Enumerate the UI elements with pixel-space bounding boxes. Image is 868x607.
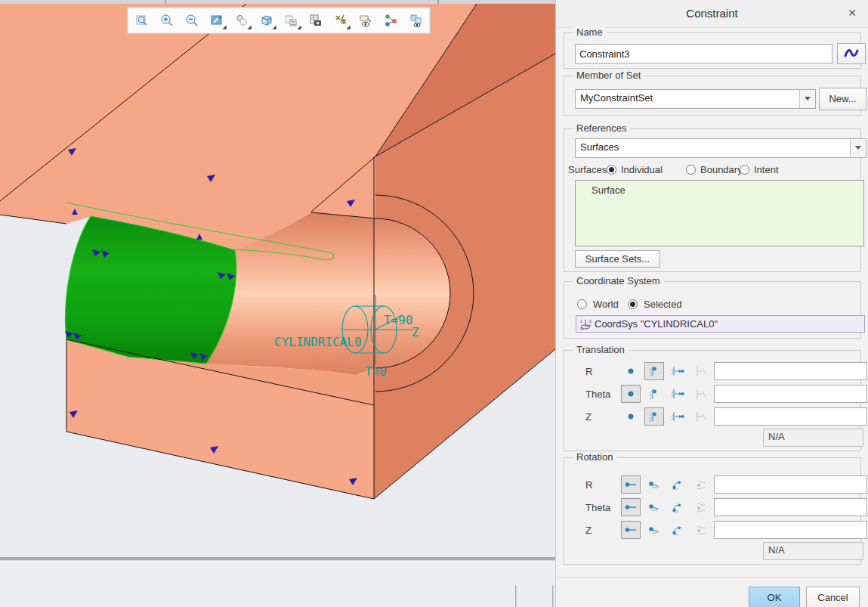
rotation-z-fixed-button[interactable] bbox=[644, 521, 664, 539]
rotation-z-prescribed-button[interactable] bbox=[668, 521, 687, 539]
translation-r-fixed-button[interactable] bbox=[644, 362, 664, 380]
rotation-theta-fixed-button[interactable] bbox=[644, 498, 664, 516]
refit-icon[interactable] bbox=[204, 9, 229, 32]
surface-sets-button[interactable]: Surface Sets... bbox=[575, 250, 660, 268]
ok-button[interactable]: OK bbox=[749, 587, 800, 607]
view-toolbar bbox=[127, 7, 431, 34]
collector-item[interactable]: Surface bbox=[592, 184, 626, 196]
graphics-viewport[interactable]: T=90 Z CYLINDRICAL0 T=0 bbox=[0, 0, 555, 607]
flyout-caret bbox=[347, 26, 351, 29]
close-icon[interactable]: ✕ bbox=[845, 6, 859, 20]
constraint-set-combo[interactable]: MyConstraintSet bbox=[575, 89, 816, 109]
top-strip-tick bbox=[437, 0, 439, 4]
csys-collector[interactable]: zR0 CoordSys "CYLINDRICAL0" bbox=[576, 315, 865, 333]
translation-row-label-theta: Theta bbox=[585, 389, 610, 400]
reference-type-combo[interactable]: Surfaces bbox=[575, 138, 866, 158]
translation-r-value-input[interactable] bbox=[714, 362, 867, 380]
rotation-r-function-button[interactable] bbox=[691, 475, 711, 494]
dialog-titlebar: Constraint ✕ bbox=[556, 0, 868, 28]
constraint-symbol-button[interactable] bbox=[837, 43, 866, 64]
translation-z-function-button[interactable] bbox=[691, 407, 711, 426]
translation-r-prescribed-button[interactable] bbox=[668, 362, 687, 380]
translation-z-value-input[interactable] bbox=[714, 407, 867, 426]
translation-z-fixed-button[interactable] bbox=[644, 407, 664, 426]
annotation-display-icon[interactable] bbox=[353, 9, 378, 32]
rotation-r-free-button[interactable] bbox=[621, 475, 641, 494]
radio-intent[interactable] bbox=[740, 165, 749, 175]
translation-z-prescribed-button[interactable] bbox=[668, 407, 687, 426]
rotation-r-value-input[interactable] bbox=[714, 475, 867, 494]
constraint-dialog: Constraint ✕ Name Member of Set MyConstr… bbox=[555, 0, 868, 607]
simulation-display-icon[interactable] bbox=[403, 9, 428, 32]
bottom-separator bbox=[515, 585, 517, 607]
new-set-button[interactable]: New... bbox=[819, 88, 866, 110]
zoom-in-icon[interactable] bbox=[155, 9, 180, 32]
zoom-region-icon[interactable] bbox=[130, 9, 155, 32]
viewport-divider[interactable] bbox=[0, 557, 555, 561]
radio-boundary[interactable] bbox=[686, 165, 696, 175]
rotation-theta-function-button[interactable] bbox=[691, 498, 711, 516]
translation-row-label-r: R bbox=[585, 366, 592, 377]
z-axis-label: Z bbox=[412, 325, 419, 339]
t0-label: T=0 bbox=[365, 364, 387, 379]
translation-theta-value-input[interactable] bbox=[714, 385, 867, 403]
rotation-z-free-button[interactable] bbox=[621, 521, 641, 539]
rotation-group: Rotation R Theta Z N/A bbox=[564, 457, 861, 565]
view-manager-icon[interactable] bbox=[279, 9, 304, 32]
chevron-down-icon[interactable] bbox=[799, 90, 815, 108]
surfaces-mode-label: Surfaces : bbox=[568, 164, 613, 175]
csys-icon: zR0 bbox=[579, 318, 592, 331]
rotation-r-fixed-button[interactable] bbox=[644, 475, 664, 494]
translation-theta-prescribed-button[interactable] bbox=[668, 385, 687, 403]
rotation-group-label: Rotation bbox=[573, 451, 616, 463]
radio-intent-label[interactable]: Intent bbox=[754, 164, 779, 175]
spin-center-icon[interactable] bbox=[378, 9, 403, 32]
rotation-z-function-button[interactable] bbox=[691, 521, 711, 539]
rotation-theta-free-button[interactable] bbox=[621, 498, 641, 516]
top-strip-tick bbox=[165, 0, 166, 4]
translation-theta-function-button[interactable] bbox=[691, 385, 711, 403]
display-style-icon[interactable] bbox=[254, 9, 279, 32]
rotation-r-prescribed-button[interactable] bbox=[668, 475, 687, 494]
rotation-na-field: N/A bbox=[763, 542, 863, 560]
constraint-set-value: MyConstraintSet bbox=[580, 92, 653, 104]
radio-world[interactable] bbox=[577, 299, 587, 309]
rotation-theta-value-input[interactable] bbox=[714, 498, 867, 516]
surface-collector[interactable]: Surface bbox=[575, 180, 864, 246]
translation-z-free-button[interactable] bbox=[621, 407, 641, 426]
translation-r-function-button[interactable] bbox=[691, 362, 711, 380]
svg-text:R: R bbox=[580, 327, 584, 331]
rotation-row-label-r: R bbox=[585, 479, 592, 491]
rotation-theta-prescribed-button[interactable] bbox=[668, 498, 687, 516]
name-group-label: Name bbox=[573, 26, 607, 38]
constraint-squiggle-icon bbox=[845, 51, 857, 56]
footer-separator bbox=[556, 577, 868, 578]
radio-selected[interactable] bbox=[628, 299, 638, 309]
constraint-name-input[interactable] bbox=[575, 44, 832, 63]
bottom-separator bbox=[552, 585, 554, 607]
cancel-button[interactable]: Cancel bbox=[806, 587, 860, 607]
appearances-icon[interactable] bbox=[229, 9, 254, 32]
radio-individual[interactable] bbox=[607, 165, 616, 175]
translation-group: Translation R Theta Z N/A bbox=[564, 350, 861, 451]
translation-na-field: N/A bbox=[763, 429, 863, 447]
image-capture-icon[interactable] bbox=[304, 9, 329, 32]
chevron-down-icon[interactable] bbox=[850, 139, 866, 157]
rotation-z-value-input[interactable] bbox=[714, 521, 867, 539]
flyout-caret bbox=[297, 26, 301, 29]
translation-r-free-button[interactable] bbox=[621, 362, 641, 380]
radio-individual-label[interactable]: Individual bbox=[621, 164, 663, 175]
zoom-out-icon[interactable] bbox=[180, 9, 205, 32]
radio-boundary-label[interactable]: Boundary bbox=[700, 164, 743, 175]
translation-theta-fixed-button[interactable] bbox=[644, 385, 664, 403]
reference-type-value: Surfaces bbox=[580, 141, 619, 153]
rotation-row-label-theta: Theta bbox=[585, 502, 610, 513]
radio-selected-label[interactable]: Selected bbox=[644, 299, 682, 310]
flyout-caret bbox=[248, 26, 252, 29]
translation-theta-free-button[interactable] bbox=[621, 385, 641, 403]
datum-display-icon[interactable] bbox=[329, 9, 354, 32]
flyout-caret bbox=[272, 26, 276, 29]
member-of-set-group: Member of Set MyConstraintSet New... bbox=[564, 76, 861, 116]
radio-world-label[interactable]: World bbox=[593, 299, 619, 310]
translation-group-label: Translation bbox=[573, 344, 629, 355]
